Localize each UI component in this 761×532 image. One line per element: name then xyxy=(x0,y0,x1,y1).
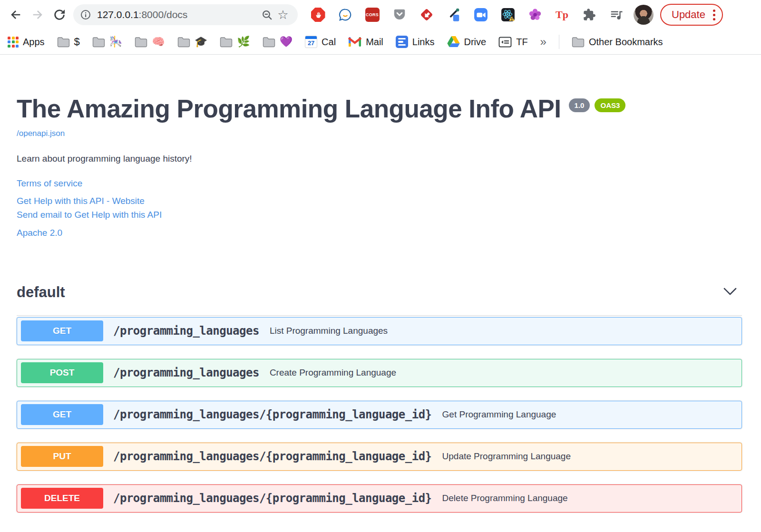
extensions-row: CORS xyxy=(310,7,624,23)
bookmark-folder[interactable]: 💜 xyxy=(263,36,293,48)
bookmark-folder[interactable]: 🧠 xyxy=(135,36,165,48)
endpoint-summary: Create Programming Language xyxy=(270,368,396,378)
folder-icon xyxy=(263,37,275,48)
tag-section-header[interactable]: default xyxy=(17,284,742,316)
chevron-down-icon xyxy=(723,288,737,296)
bookmark-folder[interactable]: 🎠 xyxy=(92,36,122,48)
bookmark-folder-label: 🌿 xyxy=(237,36,250,48)
star-icon: ☆ xyxy=(277,9,288,21)
http-method-badge: DELETE xyxy=(21,488,103,509)
reload-icon xyxy=(53,8,66,21)
bookmark-label: Apps xyxy=(23,37,45,48)
folder-icon xyxy=(220,37,233,48)
license-link[interactable]: Apache 2.0 xyxy=(17,228,742,238)
react-devtools-extension-button[interactable] xyxy=(500,7,516,23)
eyedropper-icon xyxy=(447,8,461,22)
adblock-extension-button[interactable] xyxy=(310,7,326,23)
bookmark-folder-label: 🎓 xyxy=(195,36,207,48)
browser-menu-icon[interactable] xyxy=(713,10,715,20)
bookmarks-bar: Apps $ 🎠 🧠 xyxy=(0,29,761,55)
cors-icon: CORS xyxy=(365,8,380,22)
chat-extension-button[interactable] xyxy=(337,7,353,23)
bookmark-folder[interactable]: 🎓 xyxy=(177,36,207,48)
bookmark-folder-label: 💜 xyxy=(280,36,293,48)
endpoint-row[interactable]: POST /programming_languages Create Progr… xyxy=(17,359,742,387)
tp-icon: Tp xyxy=(556,9,568,21)
api-description: Learn about programming language history… xyxy=(17,154,742,164)
bookmark-folder-label: 🧠 xyxy=(152,36,165,48)
react-devtools-icon xyxy=(501,8,515,22)
folder-icon xyxy=(57,37,70,48)
endpoint-path: /programming_languages/{programming_lang… xyxy=(113,408,432,421)
profile-avatar[interactable] xyxy=(634,5,654,25)
endpoint-path: /programming_languages xyxy=(113,324,259,338)
reload-button[interactable] xyxy=(49,4,70,26)
site-info-icon xyxy=(80,9,91,20)
endpoint-row[interactable]: DELETE /programming_languages/{programmi… xyxy=(17,484,742,513)
extensions-menu-button[interactable] xyxy=(581,7,597,23)
endpoint-row[interactable]: GET /programming_languages List Programm… xyxy=(17,317,742,345)
help-email-link[interactable]: Send email to Get Help with this API xyxy=(17,210,742,220)
bookmark-folder[interactable]: 🌿 xyxy=(220,36,250,48)
tf-card-icon xyxy=(498,37,512,48)
other-bookmarks[interactable]: Other Bookmarks xyxy=(572,37,663,48)
media-queue-button[interactable] xyxy=(608,7,624,23)
redirect-arrow-icon xyxy=(420,8,434,22)
url-text: 127.0.0.1:8000/docs xyxy=(97,9,259,20)
bookmark-links[interactable]: Links xyxy=(396,36,435,48)
help-website-link[interactable]: Get Help with this API - Website xyxy=(17,196,742,206)
endpoint-path: /programming_languages/{programming_lang… xyxy=(113,450,432,463)
forward-button[interactable] xyxy=(27,4,49,26)
bookmark-folder[interactable]: $ xyxy=(57,36,80,48)
other-bookmarks-label: Other Bookmarks xyxy=(589,37,663,48)
endpoint-summary: Get Programming Language xyxy=(442,409,556,420)
zoom-extension-button[interactable] xyxy=(473,7,488,23)
zoom-out-button[interactable] xyxy=(259,9,275,21)
back-button[interactable] xyxy=(5,4,27,26)
update-button[interactable]: Update xyxy=(660,4,723,26)
color-picker-extension-button[interactable] xyxy=(446,7,461,23)
bookmark-star-button[interactable]: ☆ xyxy=(275,9,291,21)
endpoint-row[interactable]: PUT /programming_languages/{programming_… xyxy=(17,443,742,471)
http-method-badge: POST xyxy=(21,362,103,383)
back-arrow-icon xyxy=(9,8,22,21)
chat-smile-icon xyxy=(338,8,352,22)
redirect-extension-button[interactable] xyxy=(419,7,434,23)
bookmark-drive[interactable]: Drive xyxy=(447,36,487,48)
url-path: :8000/docs xyxy=(139,9,188,20)
terms-of-service-link[interactable]: Terms of service xyxy=(17,178,742,189)
endpoint-row[interactable]: GET /programming_languages/{programming_… xyxy=(17,401,742,429)
collapse-section-button[interactable] xyxy=(718,286,742,299)
folder-icon xyxy=(92,37,105,48)
openapi-json-link[interactable]: /openapi.json xyxy=(17,129,65,138)
bookmark-calendar[interactable]: 27 Cal xyxy=(305,36,336,48)
api-info-block: The Amazing Programming Language Info AP… xyxy=(17,55,742,238)
endpoint-path: /programming_languages xyxy=(113,366,259,379)
flower-extension-button[interactable] xyxy=(527,7,543,23)
http-method-badge: PUT xyxy=(21,446,103,467)
bookmark-label: TF xyxy=(516,37,527,48)
bookmark-label: Drive xyxy=(464,37,487,48)
page-title: The Amazing Programming Language Info AP… xyxy=(17,96,561,122)
endpoint-path: /programming_languages/{programming_lang… xyxy=(113,492,432,505)
bookmark-mail[interactable]: Mail xyxy=(348,37,383,48)
folder-icon xyxy=(135,37,147,48)
bookmark-apps[interactable]: Apps xyxy=(8,37,45,48)
address-bar[interactable]: 127.0.0.1:8000/docs ☆ xyxy=(73,4,298,25)
bookmarks-overflow-button[interactable]: » xyxy=(540,35,546,48)
tp-extension-button[interactable]: Tp xyxy=(554,7,570,23)
zoom-out-icon xyxy=(261,9,273,21)
pocket-icon xyxy=(392,8,407,22)
folder-icon xyxy=(572,37,585,48)
oas3-badge: OAS3 xyxy=(595,98,625,112)
bookmark-folder-label: 🎠 xyxy=(109,36,122,48)
bookmark-tf[interactable]: TF xyxy=(498,37,527,48)
bookmarks-divider xyxy=(559,35,559,49)
pocket-extension-button[interactable] xyxy=(391,7,407,23)
google-calendar-icon: 27 xyxy=(305,36,317,48)
folder-icon xyxy=(177,37,190,48)
swagger-page: The Amazing Programming Language Info AP… xyxy=(0,55,761,513)
cors-extension-button[interactable]: CORS xyxy=(364,7,380,23)
adblock-icon xyxy=(311,8,325,22)
bookmark-label: Links xyxy=(412,37,435,48)
